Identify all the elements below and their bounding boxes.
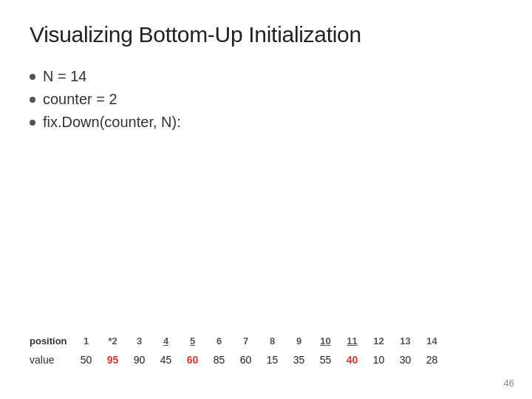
val-12: 10	[366, 350, 392, 369]
col-pos-9: 9	[286, 332, 313, 350]
col-pos-4: 4	[153, 332, 180, 350]
bullet-item-1: N = 14	[30, 68, 502, 85]
val-4: 45	[153, 350, 180, 369]
col-pos-5: 5	[180, 332, 206, 350]
col-pos-7: 7	[233, 332, 259, 350]
val-7: 60	[233, 350, 259, 369]
col-pos-3: 3	[126, 332, 153, 350]
heap-table: position 1 *2 3 4 5 6 7 8 9 10 11 12 13 …	[30, 332, 446, 369]
col-pos-6: 6	[206, 332, 233, 350]
val-13: 30	[392, 350, 419, 369]
bullet-list: N = 14 counter = 2 fix.Down(counter, N):	[30, 68, 502, 137]
col-pos-1: 1	[73, 332, 100, 350]
val-1: 50	[73, 350, 100, 369]
col-label-position: position	[30, 332, 73, 350]
slide: Visualizing Bottom-Up Initialization N =…	[0, 0, 532, 399]
table-value-row: value 50 95 90 45 60 85 60 15 35 55 40 1…	[30, 350, 446, 369]
val-9: 35	[286, 350, 313, 369]
col-pos-8: 8	[259, 332, 286, 350]
bullet-text-3: fix.Down(counter, N):	[43, 114, 181, 131]
bullet-text-2: counter = 2	[43, 91, 117, 108]
val-2: 95	[100, 350, 126, 369]
visualization-table-section: position 1 *2 3 4 5 6 7 8 9 10 11 12 13 …	[30, 332, 502, 369]
bullet-dot	[30, 97, 35, 103]
col-label-value: value	[30, 350, 73, 369]
val-14: 28	[419, 350, 446, 369]
val-5: 60	[180, 350, 206, 369]
val-6: 85	[206, 350, 233, 369]
col-pos-11: 11	[339, 332, 366, 350]
bullet-text-1: N = 14	[43, 68, 86, 85]
col-pos-13: 13	[392, 332, 419, 350]
slide-title: Visualizing Bottom-Up Initialization	[30, 22, 502, 47]
col-pos-2: *2	[100, 332, 126, 350]
bullet-item-2: counter = 2	[30, 91, 502, 108]
val-10: 55	[313, 350, 339, 369]
bullet-dot	[30, 120, 35, 126]
col-pos-10: 10	[313, 332, 339, 350]
val-3: 90	[126, 350, 153, 369]
val-8: 15	[259, 350, 286, 369]
col-pos-14: 14	[419, 332, 446, 350]
val-11: 40	[339, 350, 366, 369]
page-number: 46	[504, 378, 514, 389]
table-header-row: position 1 *2 3 4 5 6 7 8 9 10 11 12 13 …	[30, 332, 446, 350]
bullet-dot	[30, 74, 35, 80]
col-pos-12: 12	[366, 332, 392, 350]
bullet-item-3: fix.Down(counter, N):	[30, 114, 502, 131]
